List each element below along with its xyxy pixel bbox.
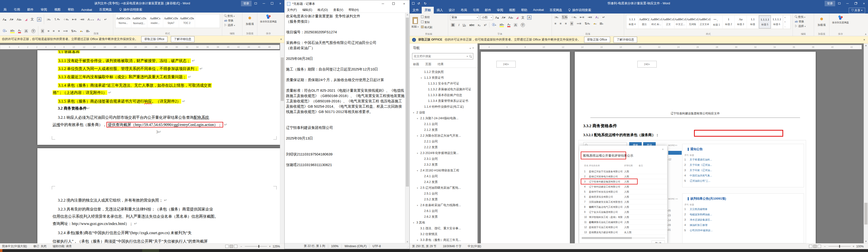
- menu-tab[interactable]: 百度网盘: [99, 7, 112, 12]
- ranking-row[interactable]: 5 盘锦华宇科技实业有限公司 入围: [579, 189, 667, 194]
- language-status[interactable]: 中文(中国): [468, 244, 481, 248]
- phonetic-guide-icon[interactable]: 文: [31, 17, 34, 22]
- style-chip[interactable]: AaBbCcI 样式 标...: [650, 16, 662, 28]
- style-chip[interactable]: 1.1 标题: [747, 16, 759, 28]
- ranking-row[interactable]: 1 盘锦辽河金宇石油装备有限公司 入围: [579, 169, 667, 174]
- underline-icon[interactable]: U▾: [463, 23, 466, 27]
- ranking-row[interactable]: 6 盘锦星原实业有限公司 入围: [579, 194, 667, 199]
- ranking-row[interactable]: 10 博洋智能科技工程（盘锦）有限公司 入围: [579, 215, 667, 220]
- nav-heading-item[interactable]: 2.1.1 合同: [410, 121, 477, 127]
- style-chip[interactable]: 1.1.1.1 标题 5: [759, 16, 771, 28]
- style-chip[interactable]: AaBbCcDdI 正文文本: [699, 16, 711, 28]
- style-chip[interactable]: Aa 标题 3: [735, 16, 747, 28]
- right-page-left[interactable]: 240+: [481, 52, 570, 243]
- justify-icon[interactable]: ≡: [570, 22, 574, 26]
- panel-row[interactable]: 2关于印发《辽河油...: [682, 162, 804, 168]
- nav-heading-item[interactable]: 1.1.3.3 基本存款账户信息: [410, 92, 477, 98]
- nav-heading-item[interactable]: 2.6.1 合同: [410, 208, 477, 214]
- shading-icon[interactable]: ◕▾: [593, 22, 596, 25]
- addins-button[interactable]: [816, 17, 827, 21]
- read-mode-icon[interactable]: [225, 245, 229, 248]
- style-chip[interactable]: AaBbC( 题注: [638, 16, 650, 28]
- get-office-button[interactable]: 获取正版 Office: [141, 36, 167, 42]
- format-painter-button[interactable]: 格式刷: [421, 26, 432, 29]
- ribbon-options-icon[interactable]: [252, 0, 260, 7]
- style-chip[interactable]: AaBbCcDc 正文: [662, 16, 675, 28]
- cut-button[interactable]: 剪切: [421, 16, 432, 19]
- nav-heading-item[interactable]: 2.5.2 发票: [410, 196, 477, 202]
- ribbon-tab[interactable]: 插入: [434, 7, 446, 13]
- close-icon[interactable]: ×: [860, 0, 868, 7]
- nav-heading-item[interactable]: 2.3 2024年化学驱增设注聚...: [410, 150, 477, 156]
- style-chip[interactable]: AaBbCcDs Normal仅...: [131, 15, 147, 28]
- baidu-pan-button[interactable]: 保存到百度网盘: [831, 15, 850, 24]
- print-layout-icon[interactable]: [230, 245, 233, 248]
- style-chip[interactable]: 1.1.1 标题 4: [626, 16, 638, 28]
- shrink-font-icon[interactable]: A▾: [502, 16, 505, 19]
- close-icon[interactable]: ×: [276, 0, 284, 7]
- nav-search-box[interactable]: 在文档中搜索 ▾: [412, 53, 473, 59]
- ranking-row[interactable]: 11 盘锦康隆石油化工机械有限公司 入围: [579, 220, 667, 225]
- find-button[interactable]: 查找 ▾: [795, 15, 812, 19]
- sort-icon[interactable]: A↓: [595, 16, 599, 19]
- nav-heading-item[interactable]: 2.2 兴隆台区块辽兴油气开发...: [410, 133, 477, 139]
- style-chip[interactable]: 1 标题 2: [723, 16, 735, 28]
- modal-hscrollbar[interactable]: [582, 237, 665, 239]
- nav-heading-item[interactable]: 2.3.1 合同: [410, 156, 477, 162]
- line-spacing-icon[interactable]: ⇅≡▾: [585, 22, 590, 25]
- nav-tab[interactable]: 标题: [413, 62, 419, 66]
- grow-font-icon[interactable]: A▴: [3, 18, 6, 21]
- change-case-icon[interactable]: Aa▾: [508, 16, 513, 19]
- menu-item[interactable]: 编辑(E): [302, 8, 312, 12]
- nav-heading-item[interactable]: 1.1.3.1 安全生产许可证: [410, 81, 477, 86]
- style-chip[interactable]: AaBbCcDs Norma...: [116, 15, 131, 28]
- ribbon-tab[interactable]: 百度网盘: [547, 7, 565, 13]
- nav-tab[interactable]: 页面: [425, 62, 431, 66]
- right-vertical-scrollbar[interactable]: ▲ ▼: [864, 44, 868, 243]
- nav-heading-item[interactable]: 2.4.2 发票: [410, 179, 477, 185]
- ranking-row[interactable]: 3 辽宁恒泰利建设集团有限公司 入围: [579, 179, 667, 184]
- nav-close-icon[interactable]: ×: [472, 46, 474, 50]
- track-changes-status[interactable]: 修订: 关闭: [33, 244, 46, 248]
- nav-heading-item[interactable]: 1.1.3.4 质量管理体系认证证书: [410, 98, 477, 104]
- scroll-up-icon[interactable]: ▲: [864, 44, 868, 47]
- close-icon[interactable]: ×: [399, 0, 409, 7]
- clear-format-icon[interactable]: ◢: [25, 18, 27, 21]
- style-chip[interactable]: AaBbCcD( 中文正...: [675, 16, 686, 28]
- panel-row[interactable]: 3关于印发《辽河油...: [682, 168, 804, 173]
- left-page-2[interactable]: 3.2.2 境内注册的独立法人或其它组织，并有有效的营业执照； ↵ 3.2.3 …: [37, 148, 280, 243]
- ranking-row[interactable]: 12 盘锦晨宇石油工程有限公司 入围: [579, 225, 667, 230]
- italic-icon[interactable]: I: [458, 23, 459, 27]
- ribbon-tab[interactable]: 开始: [422, 7, 434, 13]
- nav-heading-item[interactable]: 2.5.1 合同: [410, 191, 477, 196]
- collapse-ribbon-icon[interactable]: ∧: [865, 33, 867, 35]
- sign-in-button[interactable]: 登录: [825, 1, 835, 6]
- nav-heading-item[interactable]: 2.6 欢喜岭采油厂电力线路维...: [410, 202, 477, 208]
- resize-grip[interactable]: ⋰: [407, 246, 409, 248]
- align-left-icon[interactable]: ≡: [555, 22, 556, 25]
- ribbon-tab[interactable]: 视图: [506, 7, 518, 13]
- ranking-row[interactable]: 13 盘锦腾龙电力建设有限公司 未入围: [579, 230, 667, 235]
- replace-button[interactable]: ab 替换: [224, 19, 240, 23]
- panel-row[interactable]: 1文注热洗罐维修: [682, 206, 804, 212]
- font-color-icon[interactable]: A▾: [507, 23, 510, 27]
- superscript-icon[interactable]: x²: [484, 23, 487, 27]
- more-link[interactable]: MORE>>: [668, 144, 677, 146]
- panel-row[interactable]: 5公司2025年罐类设...: [682, 228, 804, 233]
- decrease-indent-icon[interactable]: ⇤≡: [580, 16, 584, 19]
- nav-heading-item[interactable]: 3.3 承包（服务）商近三年无...: [410, 237, 477, 243]
- decrease-indent-icon[interactable]: ⇤≡: [72, 18, 76, 21]
- ribbon-tab[interactable]: 引用: [470, 7, 482, 13]
- style-chip[interactable]: AaBbCcDs TOC 2: [179, 15, 195, 28]
- menu-item[interactable]: 文件(F): [287, 8, 297, 12]
- notepad-text-area[interactable]: 欢采电度表分体计量装置更新 竞争性谈判文件（服务类项目）项目编号：2025030…: [285, 13, 405, 243]
- ribbon-tab[interactable]: 帮助: [518, 7, 530, 13]
- nav-heading-item[interactable]: 1.1.4 特种作业操作证(电工证): [410, 104, 477, 110]
- zoom-level[interactable]: 100%: [856, 245, 864, 248]
- get-office-button[interactable]: 获取正版 Office: [584, 37, 610, 43]
- language-status[interactable]: 简体中文(中国大陆): [2, 244, 27, 248]
- menu-tab[interactable]: 审阅: [41, 7, 47, 12]
- styles-scroll-down-icon[interactable]: ▾: [785, 21, 785, 23]
- ribbon-options-icon[interactable]: [835, 0, 843, 7]
- scroll-down-icon[interactable]: ▼: [864, 240, 868, 243]
